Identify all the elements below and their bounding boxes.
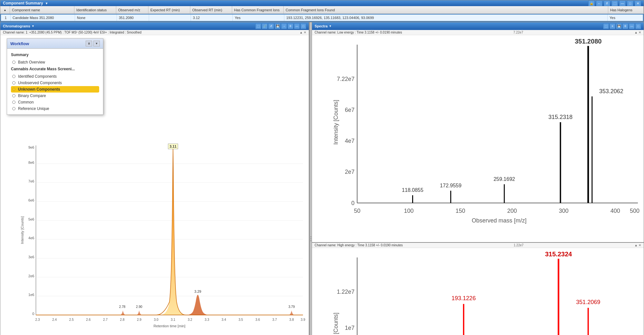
svg-text:3e6: 3e6 (28, 255, 34, 259)
col-header-status[interactable]: Identification status (74, 6, 116, 14)
col-header-halogens[interactable]: Has Halogens (608, 6, 644, 14)
spectra-tool-max[interactable]: □ (635, 23, 641, 29)
row-num: 1 (1, 15, 11, 21)
svg-text:2.3: 2.3 (35, 318, 40, 321)
svg-text:8e6: 8e6 (28, 161, 34, 164)
svg-text:0: 0 (351, 200, 355, 206)
svg-text:3.4: 3.4 (222, 318, 226, 321)
spectra-tool-move[interactable]: ✛ (622, 23, 628, 29)
close-icon[interactable]: ✕ (635, 0, 641, 6)
svg-text:3.1: 3.1 (171, 318, 175, 321)
minimize-icon[interactable]: — (619, 0, 626, 6)
spectra-tool-copy[interactable]: ⬚ (603, 23, 609, 29)
window-icon[interactable]: ⬚ (611, 0, 618, 6)
low-energy-svg: 0 2e7 4e7 6e7 7.22e7 50 100 150 200 300 … (331, 38, 641, 232)
tool-save[interactable]: 💾 (275, 23, 280, 29)
low-energy-close[interactable]: ▲ ✕ (634, 31, 641, 34)
workflow-radio-binary (12, 94, 15, 97)
svg-text:193.1226: 193.1226 (451, 295, 476, 301)
workflow-section-summary: Summary (11, 53, 99, 57)
col-header-common[interactable]: Has Common Fragment Ions (232, 6, 284, 14)
col-header-name[interactable]: Component name (10, 6, 74, 14)
workflow-item-common[interactable]: Common (11, 99, 99, 105)
svg-text:3.7: 3.7 (272, 318, 277, 321)
svg-text:3.0: 3.0 (154, 318, 158, 321)
workflow-item-identified[interactable]: Identified Components (11, 73, 99, 80)
svg-text:2.4: 2.4 (52, 318, 57, 321)
tool-move[interactable]: ✛ (288, 23, 293, 29)
workflow-item-batch[interactable]: Batch Overview (11, 59, 99, 65)
spectra-title-bar: Spectra ▼ ⬚ ≡ 💾 ✛ — □ (312, 22, 644, 30)
table-area: ▲ Component name Identification status O… (0, 6, 644, 22)
resize-handle[interactable] (309, 22, 312, 335)
row-status: None (75, 15, 117, 21)
tool-arrow[interactable]: → (281, 23, 287, 29)
col-header-fragment[interactable]: Common Fragment Ions Found (284, 6, 608, 14)
svg-text:4e6: 4e6 (28, 236, 34, 240)
workflow-monitor-icon[interactable]: 🖥 (86, 41, 92, 46)
workflow-dropdown-icon[interactable]: ▼ (93, 41, 100, 46)
svg-text:6e7: 6e7 (345, 107, 355, 113)
col-header-obs-rt[interactable]: Observed RT (min) (190, 6, 232, 14)
tool-min[interactable]: — (294, 23, 300, 29)
chromatogram-title-arrow[interactable]: ▼ (32, 25, 34, 28)
tool-max[interactable]: □ (300, 23, 306, 29)
svg-text:351.2080: 351.2080 (575, 38, 602, 45)
maximize-icon[interactable]: □ (627, 0, 633, 6)
svg-text:2.8: 2.8 (120, 318, 125, 321)
spectra-high-energy-panel: Channel name: High energy : Time 3.1158 … (312, 243, 644, 335)
high-energy-label-text: Channel name: High energy : Time 3.1158 … (315, 243, 403, 247)
col-header-exp-rt[interactable]: Expected RT (min) (148, 6, 190, 14)
svg-text:3.3: 3.3 (205, 318, 209, 321)
workflow-title: Workflow (10, 41, 29, 46)
workflow-item-reference[interactable]: Reference Unique (11, 105, 99, 112)
workflow-item-common-label: Common (18, 100, 34, 104)
svg-text:50: 50 (354, 208, 360, 214)
high-energy-close[interactable]: ▲ ✕ (634, 243, 641, 247)
low-energy-label-text: Channel name: Low energy : Time 3.1158 +… (315, 31, 402, 34)
bottom-panels: Chromatograms ▼ ⬚ 🔗 ↺ 💾 → ✛ — □ Channel … (0, 22, 644, 335)
tool-link[interactable]: 🔗 (262, 23, 268, 29)
table-row[interactable]: 1 Candidate Mass 351.2080 None 351.2080 … (0, 14, 644, 22)
sort-arrow: ▲ (4, 8, 6, 12)
back-icon[interactable]: ← (596, 0, 602, 6)
title-arrow[interactable]: ▼ (45, 2, 48, 5)
workflow-item-unknown[interactable]: Unknown Components (11, 86, 99, 93)
svg-text:1.22e7: 1.22e7 (337, 289, 355, 295)
tool-copy[interactable]: ⬚ (255, 23, 261, 29)
resize-dot (310, 240, 311, 241)
low-energy-channel-label: Channel name: Low energy : Time 3.1158 +… (312, 30, 644, 35)
channel-label: Channel name: 1: +351.2080 (45.5 PPM) : … (0, 30, 309, 35)
title-bar-icons: 🔒 ← # ⬚ — □ ✕ (588, 0, 641, 6)
spectra-title-arrow[interactable]: ▼ (329, 25, 332, 28)
svg-text:2.90: 2.90 (136, 305, 142, 309)
svg-text:0: 0 (32, 312, 34, 316)
svg-text:300: 300 (559, 208, 568, 214)
workflow-radio-unknown (12, 88, 15, 91)
table-header: ▲ Component name Identification status O… (0, 6, 644, 14)
spectra-tool-table[interactable]: ≡ (610, 23, 615, 29)
svg-text:259.1692: 259.1692 (494, 176, 515, 182)
svg-text:9e6: 9e6 (28, 145, 34, 149)
workflow-item-unobserved[interactable]: Unobserved Components (11, 80, 99, 86)
spectra-tool-save[interactable]: 💾 (616, 23, 622, 29)
spectra-tool-min[interactable]: — (629, 23, 635, 29)
svg-text:1e6: 1e6 (28, 293, 34, 297)
spectra-low-energy-panel: Channel name: Low energy : Time 3.1158 +… (312, 30, 644, 243)
hash-icon[interactable]: # (604, 0, 610, 6)
svg-text:Observed mass [m/z]: Observed mass [m/z] (472, 217, 526, 224)
svg-text:3.6: 3.6 (255, 318, 260, 321)
low-energy-chart-area: 0 2e7 4e7 6e7 7.22e7 50 100 150 200 300 … (312, 35, 644, 242)
workflow-item-binary[interactable]: Binary Compare (11, 93, 99, 99)
channel-close-btn[interactable]: ▲ ✕ (299, 31, 306, 34)
chromatogram-toolbar: ⬚ 🔗 ↺ 💾 → ✛ — □ (255, 23, 306, 29)
row-common: Yes (233, 15, 284, 21)
svg-text:118.0855: 118.0855 (402, 187, 423, 193)
high-energy-chart-area: 0 2.5e6 5e6 7.5e6 1e7 1.22e7 50 100 150 … (312, 248, 644, 335)
row-name: Candidate Mass 351.2080 (11, 15, 75, 21)
lock-icon[interactable]: 🔒 (588, 0, 595, 6)
chromatogram-title-bar: Chromatograms ▼ ⬚ 🔗 ↺ 💾 → ✛ — □ (0, 22, 309, 30)
col-header-obs-mz[interactable]: Observed m/z (116, 6, 148, 14)
svg-text:4e7: 4e7 (345, 138, 355, 144)
tool-refresh[interactable]: ↺ (268, 23, 274, 29)
